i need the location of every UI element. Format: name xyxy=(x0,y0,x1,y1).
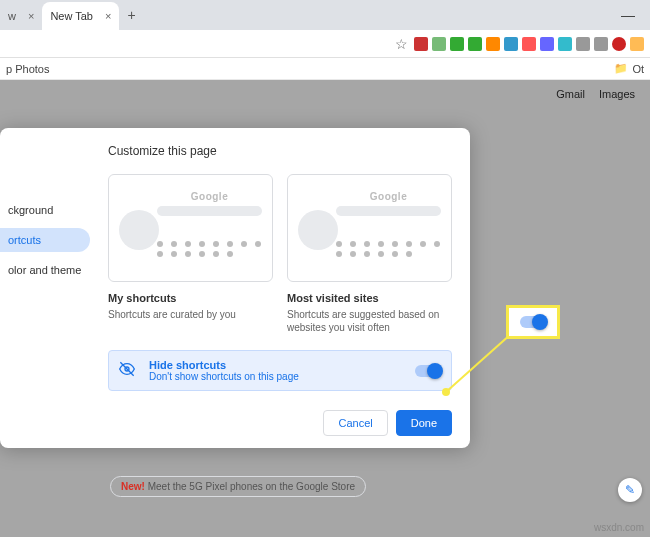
pencil-icon: ✎ xyxy=(625,483,635,497)
done-button[interactable]: Done xyxy=(396,410,452,436)
callout-highlight xyxy=(506,305,560,339)
bookmark-star-icon[interactable]: ☆ xyxy=(395,36,408,52)
promo-chip[interactable]: New! Meet the 5G Pixel phones on the Goo… xyxy=(110,476,366,497)
hide-shortcuts-desc: Don't show shortcuts on this page xyxy=(149,371,299,382)
extension-icon[interactable] xyxy=(576,37,590,51)
extension-icons xyxy=(414,37,644,51)
cancel-button[interactable]: Cancel xyxy=(323,410,387,436)
extension-icon[interactable] xyxy=(468,37,482,51)
google-logo: Google xyxy=(336,191,441,202)
extension-icon[interactable] xyxy=(486,37,500,51)
extension-icon[interactable] xyxy=(594,37,608,51)
folder-icon: 📁 xyxy=(614,62,628,75)
hide-shortcuts-toggle[interactable] xyxy=(415,365,441,377)
extension-icon[interactable] xyxy=(414,37,428,51)
extension-icon[interactable] xyxy=(504,37,518,51)
browser-tab-strip: w × New Tab × + — xyxy=(0,0,650,30)
svg-line-1 xyxy=(120,362,133,375)
customize-fab[interactable]: ✎ xyxy=(618,478,642,502)
option-title: Most visited sites xyxy=(287,292,452,304)
option-desc: Shortcuts are suggested based on website… xyxy=(287,308,452,334)
tab-title: New Tab xyxy=(50,10,93,22)
person-icon xyxy=(119,210,159,250)
browser-tab[interactable]: w × xyxy=(0,2,42,30)
shortcut-dots xyxy=(336,241,441,257)
sidebar-item-color-theme[interactable]: olor and theme xyxy=(0,258,90,282)
extension-icon[interactable] xyxy=(558,37,572,51)
option-desc: Shortcuts are curated by you xyxy=(108,308,273,321)
window-minimize-icon[interactable]: — xyxy=(621,7,635,23)
customize-dialog: ckground ortcuts olor and theme Customiz… xyxy=(0,128,470,448)
dialog-sidebar: ckground ortcuts olor and theme xyxy=(0,128,90,448)
bookmarks-bar: p Photos 📁 Ot xyxy=(0,58,650,80)
extension-icon[interactable] xyxy=(630,37,644,51)
new-tab-button[interactable]: + xyxy=(127,7,135,23)
toggle-preview xyxy=(520,316,546,328)
tab-title: w xyxy=(8,10,16,22)
address-bar: ☆ xyxy=(0,30,650,58)
search-bar-preview xyxy=(157,206,262,216)
sidebar-item-shortcuts[interactable]: ortcuts xyxy=(0,228,90,252)
hide-shortcuts-title: Hide shortcuts xyxy=(149,359,299,371)
promo-text: Meet the 5G Pixel phones on the Google S… xyxy=(145,481,355,492)
bookmark-item[interactable]: p Photos xyxy=(6,63,49,75)
close-icon[interactable]: × xyxy=(28,10,34,22)
option-title: My shortcuts xyxy=(108,292,273,304)
google-logo: Google xyxy=(157,191,262,202)
globe-icon xyxy=(298,210,338,250)
browser-tab-active[interactable]: New Tab × xyxy=(42,2,119,30)
option-my-shortcuts[interactable]: Google My shortcuts Shortcuts are curate… xyxy=(108,174,273,334)
extension-icon[interactable] xyxy=(522,37,536,51)
extension-icon[interactable] xyxy=(432,37,446,51)
promo-new-label: New! xyxy=(121,481,145,492)
extension-icon[interactable] xyxy=(612,37,626,51)
shortcut-dots xyxy=(157,241,262,257)
option-most-visited[interactable]: Google Most visited sites Shortcuts are … xyxy=(287,174,452,334)
bookmark-item[interactable]: Ot xyxy=(632,63,644,75)
extension-icon[interactable] xyxy=(540,37,554,51)
search-bar-preview xyxy=(336,206,441,216)
extension-icon[interactable] xyxy=(450,37,464,51)
sidebar-item-background[interactable]: ckground xyxy=(0,198,90,222)
close-icon[interactable]: × xyxy=(105,10,111,22)
dialog-title: Customize this page xyxy=(108,144,452,158)
hide-shortcuts-row: Hide shortcuts Don't show shortcuts on t… xyxy=(108,350,452,391)
eye-off-icon xyxy=(119,361,139,380)
watermark: wsxdn.com xyxy=(594,522,644,533)
